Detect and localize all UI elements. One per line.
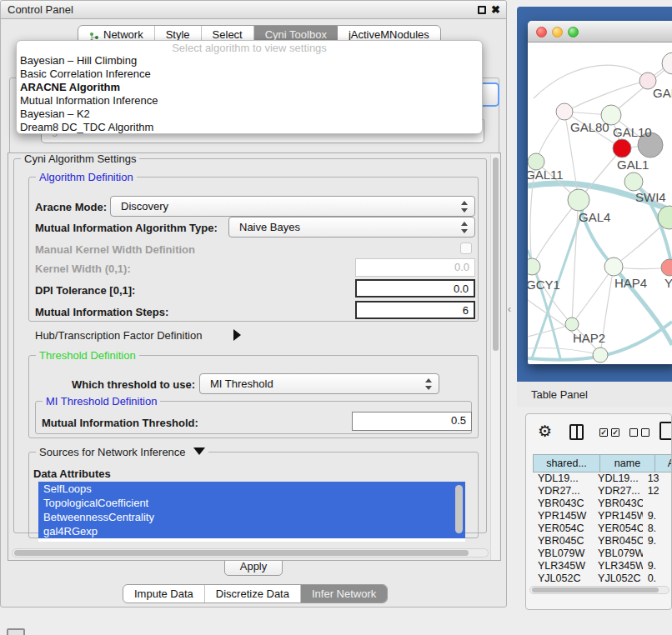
scrollbar-thumb[interactable] (532, 588, 659, 592)
node-label: GAL80 (570, 120, 609, 134)
which-threshold-combo[interactable]: MI Threshold (199, 373, 439, 394)
table-row[interactable]: YLR345WYLR345W9. (533, 560, 672, 572)
tab-label: Infer Network (312, 585, 376, 602)
network-node[interactable] (568, 189, 589, 211)
network-node[interactable] (565, 318, 579, 331)
dropdown-placeholder: Select algorithm to view settings (17, 42, 482, 54)
dpi-tolerance-label: DPI Tolerance [0,1]: (35, 284, 135, 297)
network-window-titlebar (528, 21, 672, 42)
data-attributes-list[interactable]: SelfLoopsTopologicalCoefficientBetweenne… (38, 482, 465, 542)
column-header[interactable]: name (599, 454, 654, 472)
node-label: GAL11 (528, 168, 564, 182)
algorithm-option[interactable]: Mutual Information Inference (17, 94, 482, 108)
mi-type-label: Mutual Information Algorithm Type: (35, 222, 218, 234)
splitter-handle[interactable]: ‹ (508, 303, 511, 315)
network-node[interactable] (556, 103, 573, 120)
collapsed-panel-icon[interactable] (7, 628, 25, 635)
table-cell: YBR045C (533, 535, 593, 548)
expand-right-icon[interactable] (233, 329, 241, 341)
table-cell: YER054C (533, 522, 593, 535)
sources-title: Sources for Network Inference (39, 446, 186, 458)
table-cell: 0. (643, 572, 672, 584)
data-attributes-label: Data Attributes (33, 468, 111, 480)
close-traffic-light-icon[interactable] (536, 27, 547, 38)
collapse-down-icon[interactable] (193, 448, 205, 455)
table-row[interactable]: YJL052CYJL052C0. (533, 572, 672, 584)
attribute-list-item[interactable]: gal4RGexp (38, 524, 465, 538)
table-row[interactable]: YER054CYER054C8. (533, 522, 672, 535)
mi-type-combo[interactable]: Naive Bayes (228, 217, 475, 238)
tab-infer-network[interactable]: Infer Network (301, 585, 387, 602)
network-node[interactable] (528, 258, 540, 275)
node-label: HAP2 (573, 331, 605, 345)
minimize-traffic-light-icon[interactable] (552, 27, 563, 38)
table-cell: YLR345W (533, 560, 593, 572)
network-node[interactable] (624, 172, 643, 191)
column-header[interactable]: shared... (533, 454, 599, 472)
panel-title: Control Panel (8, 3, 73, 16)
table-cell: YLR345W (593, 560, 643, 572)
node-label: GAL4 (579, 210, 610, 224)
table-cell: 9. (643, 510, 672, 522)
aracne-mode-combo[interactable]: Discovery (110, 196, 475, 217)
table-cell: YBR043C (593, 498, 643, 510)
node-label: GCY1 (528, 278, 560, 292)
node-label: GAL10 (613, 125, 652, 139)
table-cell: 13 (643, 472, 672, 485)
document-icon[interactable] (659, 422, 672, 440)
float-window-icon[interactable] (478, 6, 486, 14)
combo-value: Naive Bayes (239, 221, 300, 233)
table-row[interactable]: YDR27...YDR27...12 (533, 485, 672, 498)
gear-icon[interactable]: ⚙ (538, 422, 552, 441)
hub-section-label[interactable]: Hub/Transcription Factor Definition (35, 329, 202, 342)
tab-impute-data[interactable]: Impute Data (123, 585, 205, 602)
scrollbar-thumb[interactable] (493, 158, 499, 351)
table-row[interactable]: YBR045CYBR045C9. (533, 535, 672, 548)
dpi-tolerance-field[interactable]: 0.0 (355, 279, 475, 298)
deselect-all-checkboxes-icon[interactable] (629, 428, 649, 437)
table-body: YDL19...YDL19...13YDR27...YDR27...12YBR0… (533, 472, 672, 584)
vertical-scrollbar[interactable] (490, 154, 499, 561)
network-node[interactable] (613, 139, 631, 158)
horizontal-scrollbar[interactable] (12, 548, 489, 558)
manual-kernel-checkbox[interactable] (460, 242, 472, 254)
table-cell: YBL079W (593, 548, 643, 560)
scrollbar-thumb[interactable] (14, 550, 469, 556)
mi-threshold-label: Mutual Information Threshold: (42, 417, 198, 429)
table-row[interactable]: YPR145WYPR145W9. (533, 510, 672, 522)
tab-discretize-data[interactable]: Discretize Data (205, 585, 301, 602)
algorithm-option[interactable]: Bayesian – Hill Climbing (17, 54, 482, 68)
column-header[interactable]: A (654, 454, 672, 472)
attribute-list-item[interactable]: SelfLoops (38, 482, 465, 496)
network-node[interactable] (661, 259, 672, 276)
table-cell: YPR145W (593, 510, 643, 522)
attribute-list-item[interactable]: BetweennessCentrality (38, 510, 465, 524)
list-scrollbar-thumb[interactable] (455, 485, 463, 533)
kernel-width-field[interactable]: 0.0 (355, 258, 475, 277)
algorithm-option[interactable]: Bayesian – K2 (17, 108, 482, 121)
node-label: Y (664, 276, 672, 290)
which-threshold-label: Which threshold to use: (72, 378, 195, 391)
table-row[interactable]: YBL079WYBL079W (533, 548, 672, 560)
table-row[interactable]: YDL19...YDL19...13 (533, 472, 672, 485)
network-graph[interactable]: GALGAL80GAL10GAL1GAL11SWI4GAL4GCY1HAP4YH… (528, 42, 672, 364)
table-row[interactable]: YBR043CYBR043C (533, 498, 672, 510)
group-title: Algorithm Definition (36, 171, 137, 183)
mi-steps-field[interactable]: 6 (355, 301, 475, 319)
network-node[interactable] (593, 348, 608, 362)
group-title: Sources for Network Inference (36, 446, 208, 458)
algorithm-option[interactable]: Basic Correlation Inference (17, 68, 482, 81)
table-cell: YDL19... (593, 472, 643, 485)
split-columns-icon[interactable] (569, 424, 584, 440)
select-all-checkboxes-icon[interactable]: ✓✓ (599, 428, 619, 437)
table-horizontal-scrollbar[interactable] (529, 586, 669, 594)
table-cell: YDL19... (533, 472, 593, 485)
mi-threshold-field[interactable]: 0.5 (352, 412, 472, 431)
attribute-list-item[interactable]: TopologicalCoefficient (38, 496, 465, 510)
network-node[interactable] (604, 258, 623, 276)
node-label: HAP4 (614, 276, 647, 290)
algorithm-option[interactable]: Dream8 DC_TDC Algorithm (17, 121, 482, 134)
algorithm-option[interactable]: ARACNE Algorithm (17, 81, 482, 94)
close-icon[interactable]: ✖ (491, 2, 500, 18)
zoom-traffic-light-icon[interactable] (568, 27, 579, 38)
